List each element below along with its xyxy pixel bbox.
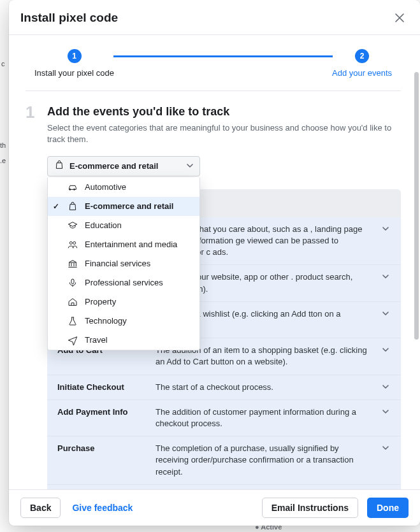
scrollbar-thumb[interactable] <box>414 72 419 340</box>
chevron-down-icon <box>382 310 389 317</box>
event-row: Add Payment InfoThe addition of customer… <box>47 399 401 436</box>
chevron-down-icon <box>382 444 389 452</box>
dropdown-item-property[interactable]: Property <box>48 292 199 312</box>
expand-event-button[interactable] <box>379 406 392 429</box>
chevron-down-icon <box>382 408 389 415</box>
event-description: The completion of a purchase, usually si… <box>156 443 370 478</box>
dropdown-item-education[interactable]: Education <box>48 216 199 235</box>
svg-rect-2 <box>71 279 74 284</box>
chevron-down-icon <box>382 346 389 354</box>
bag-icon <box>67 201 78 212</box>
dropdown-selected-label: E-commerce and retail <box>69 161 158 171</box>
dropdown-item-label: Travel <box>85 335 108 345</box>
close-button[interactable] <box>391 9 409 27</box>
step-1-circle: 1 <box>68 49 82 63</box>
done-button[interactable]: Done <box>367 498 409 518</box>
chevron-down-icon <box>382 273 389 280</box>
check-icon: ✓ <box>53 202 59 211</box>
dropdown-item-technology[interactable]: Technology <box>48 312 199 331</box>
modal-header: Install pixel code <box>9 0 420 35</box>
dropdown-item-label: Financial services <box>85 259 150 268</box>
bg-text: th <box>0 141 6 149</box>
flask-icon <box>67 316 78 326</box>
scrollbar[interactable] <box>414 72 419 489</box>
category-dropdown: E-commerce and retail Automotive✓E-comme… <box>47 156 200 176</box>
category-dropdown-menu: Automotive✓E-commerce and retailEducatio… <box>47 178 200 350</box>
bag-icon <box>54 160 64 172</box>
event-row: PurchaseThe completion of a purchase, us… <box>47 436 401 484</box>
modal-footer: Back Give feedback Email Instructions Do… <box>9 489 420 526</box>
expand-event-button[interactable] <box>379 224 392 259</box>
event-name: Add Payment Info <box>57 406 147 429</box>
email-instructions-button[interactable]: Email Instructions <box>262 498 358 518</box>
section-add-events: 1 Add the events you'd like to track Sel… <box>9 91 417 489</box>
event-name: Initiate Checkout <box>57 382 147 393</box>
dropdown-item-label: Entertainment and media <box>85 240 177 249</box>
install-pixel-modal: Install pixel code 1 Install your pixel … <box>9 0 420 526</box>
expand-event-button[interactable] <box>379 382 392 393</box>
dropdown-item-financial-services[interactable]: Financial services <box>48 254 199 273</box>
step-2-label: Add your events <box>332 68 392 78</box>
grad-cap-icon <box>67 220 78 231</box>
svg-point-1 <box>73 241 76 244</box>
mic-icon <box>67 278 78 288</box>
dropdown-item-automotive[interactable]: Automotive <box>48 178 199 197</box>
expand-event-button[interactable] <box>379 345 392 368</box>
bank-icon <box>67 259 78 269</box>
dropdown-item-label: E-commerce and retail <box>85 201 173 211</box>
step-1-label: Install your pixel code <box>34 68 114 78</box>
section-title: Add the events you'd like to track <box>47 105 401 119</box>
step-1[interactable]: 1 Install your pixel code <box>34 49 114 78</box>
dropdown-item-travel[interactable]: Travel <box>48 331 199 350</box>
dropdown-item-label: Education <box>85 220 122 230</box>
people-icon <box>67 240 78 250</box>
event-name: Purchase <box>57 443 147 478</box>
plane-icon <box>67 335 78 345</box>
back-button[interactable]: Back <box>20 498 61 518</box>
expand-event-button[interactable] <box>379 308 392 331</box>
give-feedback-link[interactable]: Give feedback <box>69 498 135 518</box>
dropdown-item-label: Professional services <box>85 278 163 287</box>
house-icon <box>67 297 78 307</box>
chevron-down-icon <box>382 225 389 233</box>
step-connector <box>113 55 333 57</box>
stepper: 1 Install your pixel code 2 Add your eve… <box>9 35 417 84</box>
category-dropdown-button[interactable]: E-commerce and retail <box>47 156 200 176</box>
modal-body: 1 Install your pixel code 2 Add your eve… <box>9 35 420 489</box>
expand-event-button[interactable] <box>379 443 392 478</box>
section-number: 1 <box>25 103 34 122</box>
event-description: The addition of customer payment informa… <box>156 406 370 429</box>
event-description: The start of a checkout process. <box>156 382 370 393</box>
svg-point-0 <box>69 241 72 244</box>
step-2-circle: 2 <box>355 49 369 63</box>
chevron-down-icon <box>382 383 389 391</box>
dropdown-item-label: Property <box>85 297 116 306</box>
section-description: Select the event categories that are mea… <box>47 122 401 146</box>
dropdown-item-label: Technology <box>85 316 127 326</box>
dropdown-item-label: Automotive <box>85 182 126 192</box>
bg-text: c <box>1 60 5 68</box>
dropdown-item-e-commerce-and-retail[interactable]: ✓E-commerce and retail <box>48 197 199 216</box>
car-icon <box>67 182 78 192</box>
close-icon <box>395 13 404 22</box>
expand-event-button[interactable] <box>379 271 392 294</box>
modal-title: Install pixel code <box>20 11 118 25</box>
chevron-down-icon <box>187 161 193 171</box>
step-2[interactable]: 2 Add your events <box>332 49 392 78</box>
dropdown-item-entertainment-and-media[interactable]: Entertainment and media <box>48 235 199 254</box>
event-row: Initiate CheckoutThe start of a checkout… <box>47 375 401 399</box>
event-row: SubscribeThe start of a paid subscriptio… <box>47 484 401 489</box>
dropdown-item-professional-services[interactable]: Professional services <box>48 273 199 292</box>
bg-text: .e <box>0 157 6 164</box>
